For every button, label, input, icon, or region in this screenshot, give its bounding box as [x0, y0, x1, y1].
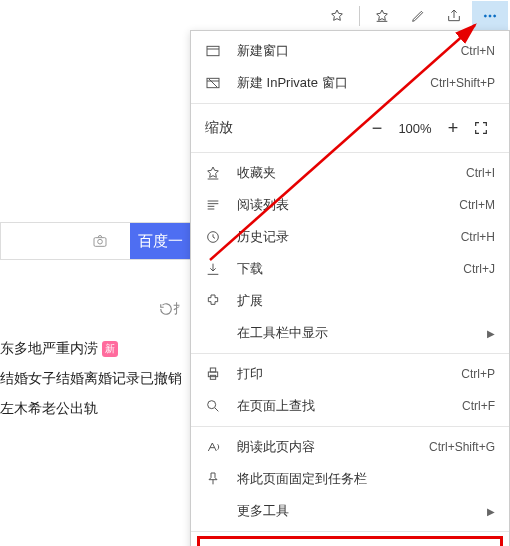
search-button[interactable]: 百度一 — [130, 223, 190, 259]
menu-shortcut: Ctrl+Shift+G — [429, 440, 495, 454]
svg-rect-10 — [210, 375, 215, 379]
menu-read-aloud[interactable]: 朗读此页内容 Ctrl+Shift+G — [191, 431, 509, 463]
menu-shortcut: Ctrl+Shift+P — [430, 76, 495, 90]
notes-icon[interactable] — [400, 1, 436, 31]
pin-icon — [205, 471, 227, 487]
menu-shortcut: Ctrl+H — [461, 230, 495, 244]
svg-rect-8 — [208, 372, 217, 377]
menu-label: 更多工具 — [237, 502, 479, 520]
refresh-indicator[interactable]: 扌 — [0, 300, 190, 318]
menu-show-in-toolbar[interactable]: 在工具栏中显示 ▶ — [191, 317, 509, 349]
menu-find[interactable]: 在页面上查找 Ctrl+F — [191, 390, 509, 422]
menu-extensions[interactable]: 扩展 — [191, 285, 509, 317]
inprivate-icon — [205, 75, 227, 91]
news-item[interactable]: 东多地严重内涝 新 — [0, 334, 190, 364]
news-text: 结婚女子结婚离婚记录已撤销 — [0, 370, 182, 388]
menu-shortcut: Ctrl+J — [463, 262, 495, 276]
camera-icon[interactable] — [70, 233, 130, 249]
menu-print[interactable]: 打印 Ctrl+P — [191, 358, 509, 390]
news-text: 东多地严重内涝 — [0, 340, 98, 358]
zoom-in-button[interactable]: + — [439, 114, 467, 142]
menu-history[interactable]: 历史记录 Ctrl+H — [191, 221, 509, 253]
menu-shortcut: Ctrl+P — [461, 367, 495, 381]
toolbar-divider — [359, 6, 360, 26]
svg-point-1 — [489, 14, 491, 16]
svg-point-4 — [98, 239, 103, 244]
svg-point-11 — [208, 401, 216, 409]
zoom-value: 100% — [391, 121, 439, 136]
favorite-star-icon[interactable] — [319, 1, 355, 31]
new-badge: 新 — [102, 341, 118, 357]
menu-shortcut: Ctrl+F — [462, 399, 495, 413]
reading-list-icon — [205, 197, 227, 213]
extensions-icon — [205, 293, 227, 309]
page-background: 百度一 扌 东多地严重内涝 新 结婚女子结婚离婚记录已撤销 左木希老公出轨 — [0, 32, 190, 546]
menu-new-inprivate[interactable]: 新建 InPrivate 窗口 Ctrl+Shift+P — [191, 67, 509, 99]
window-icon — [205, 43, 227, 59]
menu-new-window[interactable]: 新建窗口 Ctrl+N — [191, 35, 509, 67]
menu-settings[interactable]: 设置 — [200, 539, 500, 546]
menu-label: 朗读此页内容 — [237, 438, 429, 456]
menu-pin-taskbar[interactable]: 将此页面固定到任务栏 — [191, 463, 509, 495]
menu-downloads[interactable]: 下载 Ctrl+J — [191, 253, 509, 285]
more-menu-button[interactable] — [472, 1, 508, 31]
menu-separator — [191, 531, 509, 532]
menu-label: 打印 — [237, 365, 461, 383]
menu-label: 下载 — [237, 260, 463, 278]
menu-label: 新建窗口 — [237, 42, 461, 60]
history-icon — [205, 229, 227, 245]
more-menu: 新建窗口 Ctrl+N 新建 InPrivate 窗口 Ctrl+Shift+P… — [190, 30, 510, 546]
menu-reading-list[interactable]: 阅读列表 Ctrl+M — [191, 189, 509, 221]
zoom-out-button[interactable]: − — [363, 114, 391, 142]
svg-rect-5 — [207, 46, 219, 55]
menu-label: 在页面上查找 — [237, 397, 462, 415]
browser-toolbar — [0, 0, 510, 32]
menu-label: 新建 InPrivate 窗口 — [237, 74, 430, 92]
menu-separator — [191, 103, 509, 104]
menu-shortcut: Ctrl+M — [459, 198, 495, 212]
news-item[interactable]: 结婚女子结婚离婚记录已撤销 — [0, 364, 190, 394]
share-icon[interactable] — [436, 1, 472, 31]
menu-more-tools[interactable]: 更多工具 ▶ — [191, 495, 509, 527]
zoom-label: 缩放 — [205, 119, 363, 137]
menu-separator — [191, 426, 509, 427]
news-list: 东多地严重内涝 新 结婚女子结婚离婚记录已撤销 左木希老公出轨 — [0, 334, 190, 424]
svg-rect-9 — [210, 368, 215, 372]
menu-label: 阅读列表 — [237, 196, 459, 214]
menu-favorites[interactable]: 收藏夹 Ctrl+I — [191, 157, 509, 189]
star-icon — [205, 165, 227, 181]
menu-separator — [191, 353, 509, 354]
menu-label: 在工具栏中显示 — [237, 324, 479, 342]
menu-label: 扩展 — [237, 292, 495, 310]
fullscreen-button[interactable] — [467, 114, 495, 142]
search-icon — [205, 398, 227, 414]
menu-shortcut: Ctrl+N — [461, 44, 495, 58]
download-icon — [205, 261, 227, 277]
favorites-list-icon[interactable] — [364, 1, 400, 31]
refresh-label: 扌 — [173, 300, 186, 318]
menu-separator — [191, 152, 509, 153]
menu-label: 将此页面固定到任务栏 — [237, 470, 495, 488]
chevron-right-icon: ▶ — [487, 328, 495, 339]
read-aloud-icon — [205, 439, 227, 455]
chevron-right-icon: ▶ — [487, 506, 495, 517]
svg-point-0 — [484, 14, 486, 16]
svg-point-2 — [494, 14, 496, 16]
print-icon — [205, 366, 227, 382]
menu-zoom-row: 缩放 − 100% + — [191, 108, 509, 148]
news-text: 左木希老公出轨 — [0, 400, 98, 418]
menu-label: 收藏夹 — [237, 164, 466, 182]
search-bar: 百度一 — [0, 222, 190, 260]
settings-highlight-box: 设置 — [197, 536, 503, 546]
menu-label: 历史记录 — [237, 228, 461, 246]
menu-shortcut: Ctrl+I — [466, 166, 495, 180]
news-item[interactable]: 左木希老公出轨 — [0, 394, 190, 424]
